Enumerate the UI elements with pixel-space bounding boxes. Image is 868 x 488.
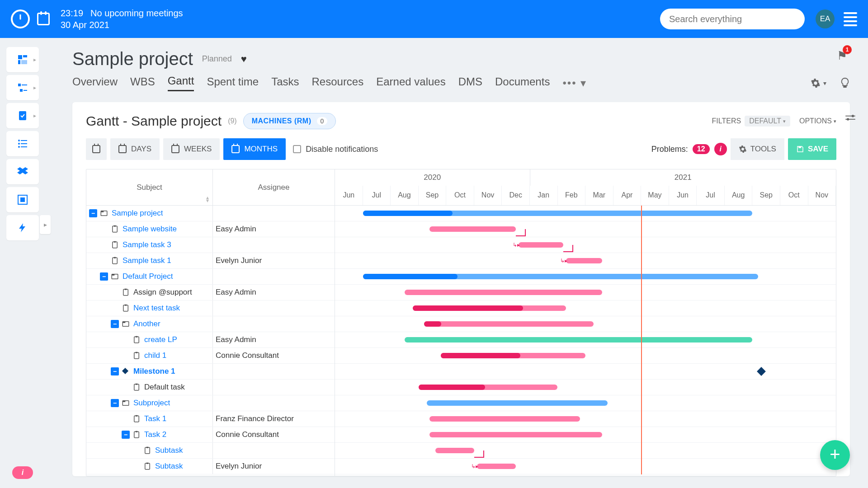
gantt-bar[interactable]	[405, 337, 752, 343]
machines-chip[interactable]: MACHINES (RM) 0	[243, 113, 336, 129]
row-label[interactable]: Milestone 1	[133, 367, 175, 376]
problems-info-icon[interactable]: i	[714, 143, 727, 155]
gantt-bar[interactable]	[429, 432, 602, 437]
gantt-bar[interactable]	[441, 353, 585, 358]
side-tasks[interactable]: ▸	[6, 103, 39, 128]
tab-documents[interactable]: Documents	[495, 75, 550, 91]
row-label[interactable]: Sample task 3	[123, 240, 171, 249]
tab-wbs[interactable]: WBS	[130, 75, 155, 91]
scale-weeks-button[interactable]: WEEKS	[163, 138, 220, 160]
collapse-toggle[interactable]: −	[111, 320, 119, 328]
table-row[interactable]: SubtaskEvelyn Junior	[86, 459, 335, 474]
collapse-toggle[interactable]: −	[111, 367, 119, 375]
app-logo-icon[interactable]	[11, 9, 30, 28]
table-row[interactable]: −Default Project	[86, 269, 335, 285]
tab-tasks[interactable]: Tasks	[271, 75, 299, 91]
lightbulb-icon[interactable]	[840, 77, 850, 89]
tab-overview[interactable]: Overview	[72, 75, 118, 91]
tools-button[interactable]: TOOLS	[731, 138, 784, 160]
table-row[interactable]: Sample websiteEasy Admin	[86, 221, 335, 237]
gantt-bar[interactable]	[519, 242, 563, 248]
disable-notifications-checkbox[interactable]: Disable notifications	[293, 145, 378, 154]
row-label[interactable]: Sample website	[123, 225, 177, 234]
milestone-marker[interactable]	[757, 367, 766, 376]
table-row[interactable]: Next test task	[86, 300, 335, 316]
row-label[interactable]: create LP	[144, 335, 177, 344]
tab-resources[interactable]: Resources	[312, 75, 364, 91]
row-label[interactable]: Default Project	[123, 272, 173, 281]
gantt-bar[interactable]	[419, 385, 558, 390]
row-label[interactable]: Sample task 1	[123, 256, 171, 265]
tab-gantt[interactable]: Gantt	[168, 75, 194, 91]
table-row[interactable]: −Another	[86, 316, 335, 332]
menu-icon[interactable]	[844, 12, 857, 26]
search-input[interactable]	[669, 14, 796, 24]
table-row[interactable]: −Milestone 1	[86, 364, 335, 380]
table-row[interactable]: Subtask	[86, 443, 335, 459]
table-row[interactable]: −Sample project	[86, 206, 335, 221]
gantt-bar[interactable]	[429, 226, 516, 232]
table-row[interactable]: Default task	[86, 380, 335, 395]
table-row[interactable]: −Task 2Connie Consultant	[86, 427, 335, 443]
gantt-bar[interactable]	[363, 211, 753, 216]
sidebar-info-badge[interactable]: i	[12, 466, 33, 479]
column-subject-header[interactable]: Subject ▴▾	[86, 169, 213, 205]
table-row[interactable]: Sample task 1Evelyn Junior	[86, 253, 335, 269]
side-dropbox[interactable]	[6, 159, 39, 184]
table-row[interactable]: create LPEasy Admin	[86, 332, 335, 348]
collapse-toggle[interactable]: −	[111, 399, 119, 407]
collapse-toggle[interactable]: −	[89, 209, 97, 217]
row-label[interactable]: Another	[133, 319, 160, 328]
side-group[interactable]	[6, 187, 39, 212]
table-row[interactable]: Task 1Franz Finance Director	[86, 411, 335, 427]
tab-earned-values[interactable]: Earned values	[376, 75, 445, 91]
calendar-icon[interactable]	[37, 13, 50, 25]
problems-count-badge[interactable]: 12	[693, 144, 710, 154]
row-label[interactable]: child 1	[144, 351, 166, 360]
options-dropdown[interactable]: OPTIONS▾	[799, 117, 836, 125]
gantt-bar[interactable]	[427, 400, 608, 406]
row-label[interactable]: Subproject	[133, 399, 170, 408]
gantt-bar[interactable]	[363, 274, 758, 279]
panel-settings-icon[interactable]	[845, 115, 855, 123]
row-label[interactable]: Subtask	[155, 462, 183, 471]
table-row[interactable]: child 1Connie Consultant	[86, 348, 335, 364]
column-assignee-header[interactable]: Assignee	[213, 169, 335, 205]
gantt-bar[interactable]	[429, 416, 580, 422]
row-label[interactable]: Task 1	[144, 414, 166, 423]
row-label[interactable]: Subtask	[155, 446, 183, 455]
user-avatar[interactable]: EA	[816, 9, 835, 28]
scale-days-button[interactable]: DAYS	[110, 138, 160, 160]
table-row[interactable]: −Subproject	[86, 395, 335, 411]
settings-dropdown[interactable]: ▾	[811, 78, 826, 88]
gantt-bar[interactable]	[566, 258, 602, 263]
table-row[interactable]: Sample task 3	[86, 237, 335, 253]
tab-spent-time[interactable]: Spent time	[207, 75, 259, 91]
more-tabs-button[interactable]: ••• ▾	[562, 77, 587, 89]
gantt-bar[interactable]	[413, 305, 566, 311]
dependency-arrow-icon: ↳▸	[560, 258, 567, 264]
flag-icon[interactable]: ⚑ 1	[837, 49, 847, 62]
collapse-toggle[interactable]: −	[100, 272, 108, 281]
side-list[interactable]	[6, 131, 39, 156]
favorite-icon[interactable]: ♥	[241, 53, 247, 65]
side-bolt[interactable]	[6, 215, 39, 240]
gantt-bar[interactable]	[477, 464, 516, 469]
row-label[interactable]: Sample project	[112, 209, 163, 218]
collapse-toggle[interactable]: −	[122, 431, 130, 439]
gantt-bar[interactable]	[435, 448, 474, 453]
side-hierarchy[interactable]: ▸	[6, 75, 39, 100]
calendar-picker-button[interactable]	[86, 138, 107, 160]
table-row[interactable]: Assign @supportEasy Admin	[86, 285, 335, 300]
tab-dms[interactable]: DMS	[458, 75, 482, 91]
sort-icon[interactable]: ▴▾	[206, 196, 209, 202]
filters-dropdown[interactable]: DEFAULT▾	[745, 116, 790, 127]
row-label[interactable]: Next test task	[133, 304, 180, 313]
scale-months-button[interactable]: MONTHS	[223, 138, 286, 160]
add-fab-button[interactable]: +	[820, 440, 850, 470]
row-label[interactable]: Task 2	[144, 430, 166, 439]
save-button[interactable]: SAVE	[788, 138, 836, 160]
gantt-bar[interactable]	[405, 290, 602, 295]
side-dashboard[interactable]: ▸	[6, 47, 39, 72]
gantt-bar[interactable]	[424, 321, 594, 327]
